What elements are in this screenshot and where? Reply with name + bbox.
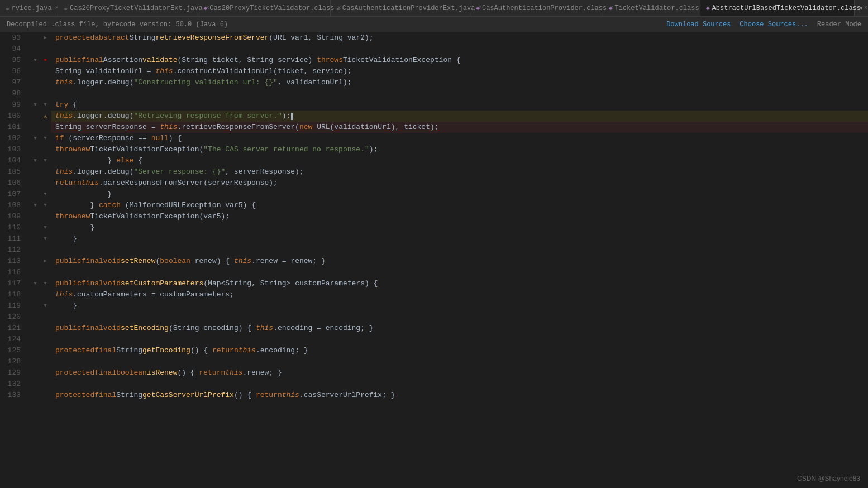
fold-cell-99[interactable]: ▼ xyxy=(31,99,40,111)
tab-overflow-button[interactable]: ▾ xyxy=(855,0,868,17)
line-number-105: 105 xyxy=(0,166,25,178)
code-line-96: String validationUrl = this.constructVal… xyxy=(51,66,868,77)
fold-cell-95[interactable]: ▼ xyxy=(31,55,40,66)
fold-cell-118 xyxy=(31,289,40,300)
tab-label-4: CasAuthenticationProviderExt.java xyxy=(342,4,475,12)
line-number-112: 112 xyxy=(0,245,25,256)
gutter-cell-99: ▼ xyxy=(40,99,51,111)
fold-cell-117[interactable]: ▼ xyxy=(31,278,40,289)
line-number-95: 95 xyxy=(0,55,25,66)
code-line-113: public final void setRenew(boolean renew… xyxy=(51,256,868,267)
tab-label-6: TicketValidator.class xyxy=(614,4,699,12)
gutter-cell-116 xyxy=(40,267,51,278)
code-line-108: } catch (MalformedURLException var5) { xyxy=(51,200,868,211)
tab-label-5: CasAuthenticationProvider.class xyxy=(482,4,607,12)
line-number-125: 125 xyxy=(0,345,25,356)
fold-cell-125 xyxy=(31,345,40,356)
line-number-94: 94 xyxy=(0,44,25,55)
download-sources-link[interactable]: Download Sources xyxy=(666,21,731,28)
code-line-100: this.logger.debug("Retrieving response f… xyxy=(51,111,868,122)
code-line-104: } else { xyxy=(51,155,868,166)
gutter-cell-113: ► xyxy=(40,256,51,267)
line-number-100: 100 xyxy=(0,111,25,122)
tab-label: rvice.java xyxy=(12,4,52,12)
line-number-120: 120 xyxy=(0,312,25,323)
code-line-111: } xyxy=(51,233,868,245)
tab-bar: ☕ rvice.java × ☕ Cas20ProxyTicketValidat… xyxy=(0,0,868,17)
fold-cell-113 xyxy=(31,256,40,267)
gutter-cell-93: ► xyxy=(40,32,51,44)
fold-cell-119 xyxy=(31,300,40,312)
fold-cell-104[interactable]: ▼ xyxy=(31,155,40,166)
line-number-133: 133 xyxy=(0,390,25,401)
line-number-98: 98 xyxy=(0,88,25,99)
gutter-cell-111: ▼ xyxy=(40,233,51,245)
gutter-cell-94 xyxy=(40,44,51,55)
gutter-cell-117: ▼ xyxy=(40,278,51,289)
line-numbers: 9394959697989910010110210310410510610710… xyxy=(0,32,31,488)
info-bar: Decompiled .class file, bytecode version… xyxy=(0,17,868,32)
reader-mode-button[interactable]: Reader Mode xyxy=(817,21,861,28)
tab-label-3: Cas20ProxyTicketValidator.class xyxy=(209,4,334,12)
code-line-98 xyxy=(51,88,868,99)
gutter-cell-129 xyxy=(40,367,51,379)
code-line-125: protected final String getEncoding() { r… xyxy=(51,345,868,356)
gutter-cell-107: ▼ xyxy=(40,189,51,200)
tab-ticket-validator-class[interactable]: ◆ TicketValidator.class × xyxy=(603,0,700,17)
gutter-cell-103 xyxy=(40,144,51,155)
tab-abstract-url-ticket-validator[interactable]: ◆ AbstractUrlBasedTicketValidator.class … xyxy=(700,0,855,17)
code-line-118: this.customParameters = customParameters… xyxy=(51,289,868,300)
fold-gutter: ▼▼▼▼▼▼ xyxy=(31,32,40,488)
code-line-97: this.logger.debug("Constructing validati… xyxy=(51,77,868,88)
tab-cas-auth-provider-ext[interactable]: ☕ CasAuthenticationProviderExt.java × xyxy=(331,0,470,17)
gutter-cell-125 xyxy=(40,345,51,356)
class-icon-4: ◆ xyxy=(706,4,710,12)
choose-sources-link[interactable]: Choose Sources... xyxy=(740,21,808,28)
tab-cas-auth-provider-class[interactable]: ◆ CasAuthenticationProvider.class × xyxy=(470,0,603,17)
code-line-103: throw new TicketValidationException("The… xyxy=(51,144,868,155)
fold-cell-133 xyxy=(31,390,40,401)
line-number-102: 102 xyxy=(0,133,25,144)
line-number-132: 132 xyxy=(0,379,25,390)
code-line-112 xyxy=(51,245,868,256)
gutter-cell-119: ▼ xyxy=(40,300,51,312)
line-number-107: 107 xyxy=(0,189,25,200)
line-number-106: 106 xyxy=(0,178,25,189)
fold-cell-109 xyxy=(31,211,40,222)
code-line-117: public final void setCustomParameters(Ma… xyxy=(51,278,868,289)
fold-cell-94 xyxy=(31,44,40,55)
line-number-110: 110 xyxy=(0,222,25,233)
fold-cell-98 xyxy=(31,88,40,99)
code-area: 9394959697989910010110210310410510610710… xyxy=(0,32,868,488)
code-content[interactable]: protected abstract String retrieveRespon… xyxy=(51,32,868,488)
fold-cell-121 xyxy=(31,323,40,334)
tab-rvice[interactable]: ☕ rvice.java × xyxy=(0,0,58,17)
code-line-120 xyxy=(51,312,868,323)
decompiled-message: Decompiled .class file, bytecode version… xyxy=(7,21,228,28)
info-bar-left: Decompiled .class file, bytecode version… xyxy=(7,21,228,28)
gutter-cell-97 xyxy=(40,77,51,88)
line-number-99: 99 xyxy=(0,99,25,111)
code-line-105: this.logger.debug("Server response: {}",… xyxy=(51,166,868,178)
code-line-106: return this.parseResponseFromServer(serv… xyxy=(51,178,868,189)
gutter-cell-110: ▼ xyxy=(40,222,51,233)
code-line-95: public final Assertion validate(String t… xyxy=(51,55,868,66)
code-line-109: throw new TicketValidationException(var5… xyxy=(51,211,868,222)
gutter-cell-121 xyxy=(40,323,51,334)
fold-cell-93 xyxy=(31,32,40,44)
code-line-133: protected final String getCasServerUrlPr… xyxy=(51,390,868,401)
line-number-128: 128 xyxy=(0,356,25,367)
tab-label-7: AbstractUrlBasedTicketValidator.class xyxy=(712,4,861,12)
fold-cell-101 xyxy=(31,122,40,133)
line-number-103: 103 xyxy=(0,144,25,155)
class-icon-2: ◆ xyxy=(476,4,480,12)
gutter-cell-95: ● xyxy=(40,55,51,66)
fold-cell-108[interactable]: ▼ xyxy=(31,200,40,211)
code-line-110: } xyxy=(51,222,868,233)
code-line-101: String serverResponse = this.retrieveRes… xyxy=(51,122,868,133)
fold-cell-102[interactable]: ▼ xyxy=(31,133,40,144)
tab-cas20proxy-validator-ext[interactable]: ☕ Cas20ProxyTicketValidatorExt.java × xyxy=(58,0,198,17)
line-number-118: 118 xyxy=(0,289,25,300)
gutter-cell-100: ⚠ xyxy=(40,111,51,122)
tab-cas20proxy-validator-class[interactable]: ◆ Cas20ProxyTicketValidator.class × xyxy=(198,0,331,17)
